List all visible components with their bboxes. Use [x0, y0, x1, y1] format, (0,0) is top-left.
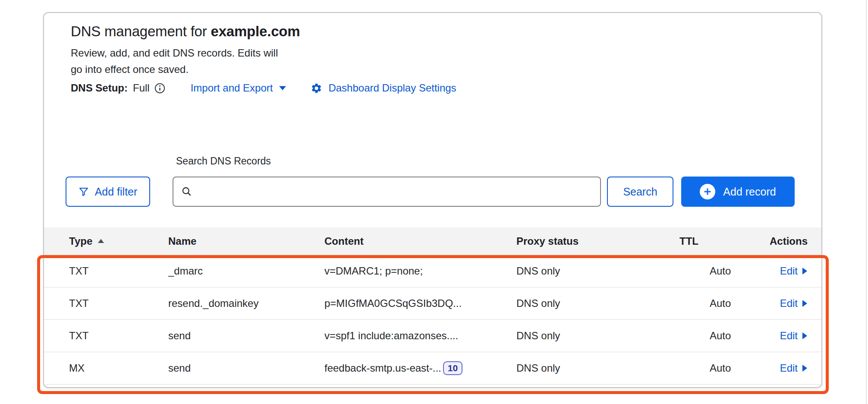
column-header-actions: Actions	[770, 235, 808, 247]
page-title-prefix: DNS management for	[71, 23, 211, 39]
column-header-name: Name	[168, 235, 324, 247]
chevron-down-icon	[279, 85, 286, 91]
add-record-label: Add record	[723, 186, 776, 198]
search-button-label: Search	[623, 186, 657, 198]
sort-ascending-icon	[97, 239, 104, 243]
dns-toolbar: Add filter Search Add record	[66, 177, 795, 207]
record-proxy-status: DNS only	[516, 297, 679, 309]
record-type: TXT	[69, 297, 168, 309]
record-content: feedback-smtp.us-east-...	[324, 362, 441, 374]
add-filter-label: Add filter	[95, 186, 138, 198]
dashboard-display-settings-link[interactable]: Dashboard Display Settings	[311, 82, 456, 94]
record-ttl: Auto	[679, 265, 763, 277]
chevron-right-icon	[802, 364, 808, 372]
record-name: _dmarc	[168, 265, 324, 277]
edit-record-link[interactable]: Edit	[780, 297, 808, 309]
dns-setup-row: DNS Setup: Full Import and Export Dashbo…	[71, 82, 456, 94]
record-type: TXT	[69, 330, 168, 342]
record-proxy-status: DNS only	[516, 265, 679, 277]
dns-setup-label: DNS Setup:	[71, 82, 128, 94]
dns-management-card: DNS management for example.com Review, a…	[43, 12, 822, 388]
record-type: TXT	[69, 265, 168, 277]
chevron-right-icon	[802, 267, 808, 275]
add-filter-button[interactable]: Add filter	[66, 177, 150, 207]
search-button[interactable]: Search	[607, 177, 673, 207]
table-row-domainkey: TXT resend._domainkey p=MIGfMA0GCSqGSIb3…	[44, 287, 821, 320]
record-content: v=DMARC1; p=none;	[324, 265, 423, 277]
record-ttl: Auto	[679, 297, 763, 309]
table-row-spf: TXT send v=spf1 include:amazonses.... DN…	[44, 320, 821, 352]
page-title: DNS management for example.com	[71, 22, 300, 41]
dashboard-display-settings-label: Dashboard Display Settings	[328, 82, 456, 94]
column-header-type[interactable]: Type	[69, 235, 168, 247]
search-input-container	[173, 177, 601, 207]
dns-records-table: Type Name Content Proxy status TTL Actio…	[44, 227, 821, 385]
search-dns-records-label: Search DNS Records	[176, 155, 271, 167]
plus-circle-icon	[700, 184, 715, 199]
record-ttl: Auto	[679, 362, 763, 374]
record-content: v=spf1 include:amazonses....	[324, 330, 458, 342]
edit-record-link[interactable]: Edit	[780, 265, 808, 277]
record-content: p=MIGfMA0GCSqGSIb3DQ...	[324, 297, 462, 309]
record-proxy-status: DNS only	[516, 330, 679, 342]
filter-funnel-icon	[79, 186, 89, 197]
gear-icon	[311, 82, 322, 94]
chevron-right-icon	[802, 332, 808, 340]
chevron-right-icon	[802, 300, 808, 307]
viewport-right-edge	[866, 0, 867, 404]
edit-record-link[interactable]: Edit	[780, 362, 808, 374]
page-title-domain: example.com	[211, 23, 300, 39]
column-header-proxy-status: Proxy status	[516, 235, 679, 247]
add-record-button[interactable]: Add record	[681, 177, 795, 207]
subtitle-line-2: go into effect once saved.	[71, 61, 278, 78]
search-input[interactable]	[198, 186, 592, 198]
page-subtitle: Review, add, and edit DNS records. Edits…	[71, 45, 278, 78]
table-row-mx: MX send feedback-smtp.us-east-... 10 DNS…	[44, 352, 821, 385]
info-circle-icon[interactable]	[154, 82, 166, 94]
import-export-label: Import and Export	[191, 82, 273, 94]
record-name: send	[168, 330, 324, 342]
record-name: resend._domainkey	[168, 297, 324, 309]
record-type: MX	[69, 362, 168, 374]
search-icon	[181, 186, 192, 197]
import-export-link[interactable]: Import and Export	[191, 82, 287, 94]
column-header-content: Content	[324, 235, 516, 247]
table-header-row: Type Name Content Proxy status TTL Actio…	[44, 227, 821, 255]
dns-setup-value: Full	[133, 82, 150, 94]
record-name: send	[168, 362, 324, 374]
edit-record-link[interactable]: Edit	[780, 330, 808, 342]
record-proxy-status: DNS only	[516, 362, 679, 374]
subtitle-line-1: Review, add, and edit DNS records. Edits…	[71, 45, 278, 61]
mx-priority-badge: 10	[443, 361, 462, 375]
table-row-dmarc: TXT _dmarc v=DMARC1; p=none; DNS only Au…	[44, 255, 821, 287]
column-header-ttl: TTL	[679, 235, 763, 247]
record-ttl: Auto	[679, 330, 763, 342]
